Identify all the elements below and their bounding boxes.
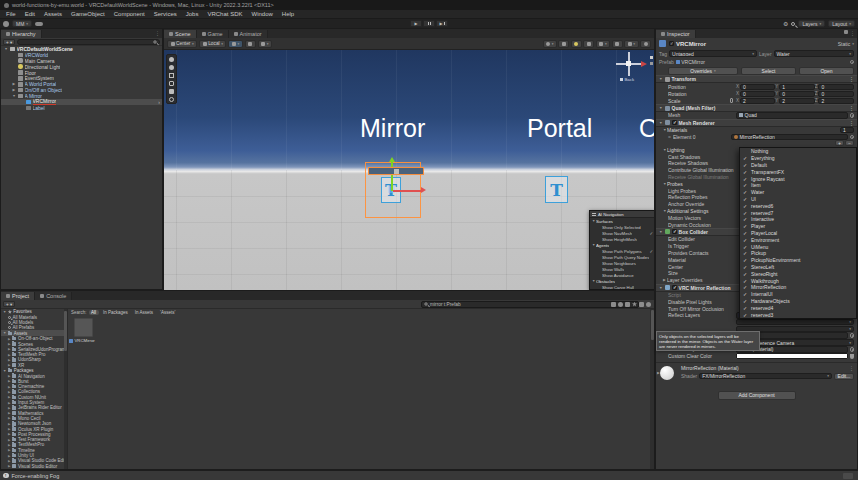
move-gizmo-x-axis[interactable]: [393, 190, 421, 192]
prefab-value[interactable]: VRCMirror: [676, 59, 705, 65]
layer-dropdown[interactable]: Water▾: [774, 50, 854, 57]
gizmo-center-cube[interactable]: [626, 61, 631, 66]
expand-arrow-icon[interactable]: ▼: [4, 47, 8, 51]
component-menu-icon[interactable]: ⋮: [849, 76, 854, 82]
layer-dropdown-item[interactable]: MirrorReflection: [740, 284, 856, 291]
transform-component-header[interactable]: ▼Transform⋮: [656, 75, 857, 83]
scope-all-button[interactable]: All: [89, 310, 99, 316]
layer-dropdown-item[interactable]: reserved6: [740, 202, 856, 209]
results-scrollbar[interactable]: [650, 309, 654, 469]
link-scale-icon[interactable]: [730, 98, 733, 103]
value-field[interactable]: ▾: [736, 319, 854, 326]
x-field[interactable]: 2: [740, 98, 775, 104]
layer-dropdown-item[interactable]: StereoRight: [740, 270, 856, 277]
tool-handle-position-button[interactable]: Center▾: [167, 40, 197, 48]
component-menu-icon[interactable]: ⋮: [849, 105, 854, 111]
layer-dropdown-item[interactable]: Water: [740, 189, 856, 196]
x-field[interactable]: 0: [740, 84, 775, 90]
prefab-thumbnail[interactable]: [74, 318, 93, 337]
tag-dropdown[interactable]: Untagged▾: [669, 50, 757, 57]
z-field[interactable]: 0: [818, 91, 854, 97]
account-button[interactable]: MM▾: [12, 20, 32, 27]
play-button[interactable]: ▶: [410, 20, 422, 27]
component-enabled-checkbox[interactable]: [672, 229, 677, 234]
panel-menu-icon[interactable]: ⋮: [850, 30, 855, 36]
services-gear-icon[interactable]: ⚙: [783, 21, 788, 27]
menu-item[interactable]: Help: [282, 11, 294, 17]
remove-material-button[interactable]: −: [845, 140, 854, 146]
mirror-reflection-row[interactable]: Custom Clear Color ▾: [656, 353, 857, 360]
cloud-collab-icon[interactable]: [35, 22, 43, 26]
layer-dropdown-item[interactable]: StereoLeft: [740, 264, 856, 271]
component-enabled-checkbox[interactable]: [672, 120, 677, 125]
scene-viewport[interactable]: Mirror Portal O T T Back AI Naviga: [164, 50, 654, 290]
scope-in-packages-button[interactable]: In Packages: [101, 310, 131, 316]
layer-dropdown-item[interactable]: TransparentFX: [740, 168, 856, 175]
y-field[interactable]: 0: [779, 91, 814, 97]
project-panel-tab[interactable]: Project: [1, 292, 35, 300]
shader-dropdown[interactable]: FX/MirrorReflection▾: [699, 373, 832, 380]
y-field[interactable]: 1: [779, 84, 814, 90]
y-field[interactable]: 2: [779, 98, 814, 104]
tab-inspector[interactable]: Inspector: [656, 30, 696, 38]
overlay-marker-icon[interactable]: [650, 62, 653, 65]
result-item-label[interactable]: VRCMirror: [69, 338, 95, 343]
lighting-toggle-button[interactable]: [571, 40, 582, 48]
custom-tool-button[interactable]: [167, 95, 176, 103]
hierarchy-item[interactable]: Label ›: [1, 105, 162, 111]
scene-settings-button[interactable]: [640, 40, 651, 48]
gizmos-button[interactable]: ▾: [624, 40, 638, 48]
menu-item[interactable]: Edit: [25, 11, 35, 17]
layer-dropdown-item[interactable]: reserved7: [740, 209, 856, 216]
rotate-tool-button[interactable]: [167, 63, 176, 71]
component-menu-icon[interactable]: ⋮: [849, 365, 854, 371]
object-picker-icon[interactable]: [850, 347, 855, 352]
material-element-field[interactable]: MirrorReflection: [731, 134, 848, 141]
create-asset-button[interactable]: + ▾: [3, 301, 15, 307]
create-object-button[interactable]: + ▾: [3, 39, 15, 45]
static-dropdown[interactable]: Static▾: [838, 41, 854, 47]
tab-hierarchy[interactable]: Hierarchy: [1, 30, 42, 38]
scale-tool-button[interactable]: [167, 71, 176, 79]
z-field[interactable]: 2: [818, 98, 854, 104]
eyedropper-icon[interactable]: [850, 354, 854, 359]
tree-scrollbar[interactable]: [64, 309, 68, 469]
camera-settings-button[interactable]: [612, 40, 623, 48]
draw-mode-button[interactable]: ▾: [543, 40, 557, 48]
layer-dropdown-item[interactable]: Default: [740, 162, 856, 169]
package-folder-item[interactable]: ▶Visual Studio Editor: [1, 464, 67, 469]
layer-dropdown-item[interactable]: reserved3: [740, 311, 856, 318]
search-by-type-icon[interactable]: [618, 302, 623, 307]
layer-dropdown-item[interactable]: Walkthrough: [740, 277, 856, 284]
scene-view-tab[interactable]: Game: [197, 30, 229, 38]
fold-arrow-icon[interactable]: ▼: [659, 77, 663, 81]
status-bar[interactable]: Force-enabling Fog: [0, 470, 858, 480]
move-tool-button[interactable]: [368, 167, 424, 175]
object-picker-icon[interactable]: [850, 333, 855, 338]
hidden-packages-icon[interactable]: [611, 302, 616, 307]
layer-dropdown-item[interactable]: Player: [740, 223, 856, 230]
search-icon[interactable]: [791, 22, 795, 26]
layer-dropdown-item[interactable]: Ignore Raycast: [740, 175, 856, 182]
layer-dropdown-item[interactable]: Nothing: [740, 148, 856, 155]
layer-dropdown-item[interactable]: PickupNoEnvironment: [740, 257, 856, 264]
lock-icon[interactable]: [844, 30, 848, 34]
add-material-button[interactable]: +: [835, 140, 844, 146]
gizmo-x-axis-cone[interactable]: [641, 61, 647, 67]
menu-item[interactable]: Services: [154, 11, 177, 17]
nav-overlay-row[interactable]: Show Carve Hull: [590, 284, 654, 290]
transform-tool-button[interactable]: [167, 87, 176, 95]
component-enabled-checkbox[interactable]: [672, 285, 677, 290]
layer-dropdown-item[interactable]: Environment: [740, 236, 856, 243]
menu-item[interactable]: VRChat SDK: [207, 11, 242, 17]
pause-button[interactable]: [423, 20, 435, 27]
activity-indicator-icon[interactable]: [843, 473, 853, 479]
layer-dropdown-item[interactable]: Item: [740, 182, 856, 189]
overlay-marker-icon[interactable]: [650, 56, 653, 59]
object-picker-icon[interactable]: [850, 60, 855, 65]
scene-view-tab[interactable]: Animator: [229, 30, 268, 38]
hierarchy-search-input[interactable]: [17, 39, 160, 45]
layer-dropdown-item[interactable]: InternalUI: [740, 291, 856, 298]
project-panel-tab[interactable]: Console: [35, 292, 72, 300]
component-menu-icon[interactable]: ⋮: [849, 120, 854, 126]
